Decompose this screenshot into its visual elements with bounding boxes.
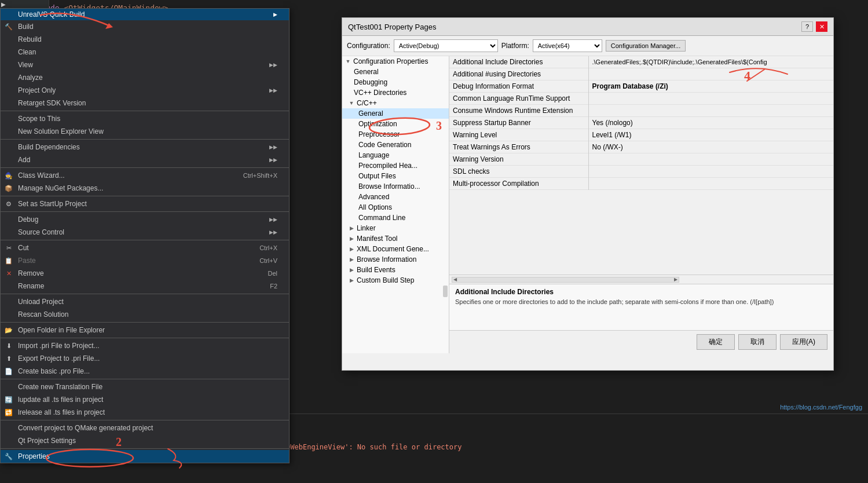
cm-rebuild[interactable]: Rebuild: [1, 33, 289, 46]
cm-label-lrelease: lrelease all .ts files in project: [18, 408, 277, 416]
prop-row-additional-include: Additional Include Directories .\Generat…: [449, 56, 833, 68]
cm-nuget[interactable]: 📦 Manage NuGet Packages...: [1, 182, 289, 195]
cm-sep-11: [1, 420, 289, 420]
cm-qt-settings[interactable]: Qt Project Settings: [1, 434, 289, 447]
tree-language[interactable]: Language: [342, 150, 449, 160]
cm-import-pri[interactable]: ⬇ Import .pri File to Project...: [1, 339, 289, 352]
tree-panel: ▼ Configuration Properties General Debug…: [342, 56, 449, 353]
watermark: https://blog.csdn.net/Fengfgg: [780, 404, 862, 411]
tree-scrollbar[interactable]: [443, 286, 448, 297]
cm-label-rebuild: Rebuild: [18, 35, 277, 43]
tree-all-options[interactable]: All Options: [342, 202, 449, 213]
cm-properties[interactable]: 🔧 Properties: [1, 450, 289, 463]
cm-new-translation[interactable]: Create new Translation File: [1, 380, 289, 393]
cm-label-nuget: Manage NuGet Packages...: [18, 184, 277, 192]
cm-shortcut-remove: Del: [268, 270, 277, 277]
dialog-close-button[interactable]: ✕: [816, 21, 827, 32]
cm-clean[interactable]: Clean: [1, 46, 289, 58]
tree-cpp[interactable]: ▼ C/C++: [342, 98, 449, 108]
cm-label-qt-settings: Qt Project Settings: [18, 437, 277, 445]
cm-add[interactable]: Add ▶: [1, 153, 289, 166]
cm-startup[interactable]: ⚙ Set as StartUp Project: [1, 197, 289, 210]
tree-manifest[interactable]: ▶ Manifest Tool: [342, 233, 449, 244]
cm-new-solution-view[interactable]: New Solution Explorer View: [1, 125, 289, 138]
ok-button[interactable]: 确定: [697, 334, 735, 350]
cm-view[interactable]: View ▶: [1, 58, 289, 71]
cancel-button[interactable]: 取消: [738, 334, 777, 350]
tree-xml[interactable]: ▶ XML Document Gene...: [342, 244, 449, 254]
config-manager-button[interactable]: Configuration Manager...: [606, 40, 686, 52]
tree-precompiled[interactable]: Precompiled Hea...: [342, 160, 449, 171]
cm-debug[interactable]: Debug ▶: [1, 213, 289, 226]
cm-rename[interactable]: Rename F2: [1, 280, 289, 292]
cm-export-pri[interactable]: ⬆ Export Project to .pri File...: [1, 352, 289, 365]
tree-config-props[interactable]: ▼ Configuration Properties: [342, 56, 449, 67]
cm-label-rescan: Rescan Solution: [18, 310, 277, 319]
cm-sep-9: [1, 338, 289, 338]
tree-optimization[interactable]: Optimization: [342, 119, 449, 129]
tree-build-events[interactable]: ▶ Build Events: [342, 265, 449, 275]
cm-open-folder[interactable]: 📂 Open Folder in File Explorer: [1, 324, 289, 336]
import-icon: ⬇: [4, 341, 13, 350]
tree-cpp-general[interactable]: General: [342, 108, 449, 119]
cm-source-control[interactable]: Source Control ▶: [1, 226, 289, 239]
prop-val-suppress: Yes (/nologo): [588, 117, 833, 129]
cm-build-deps[interactable]: Build Dependencies ▶: [1, 141, 289, 153]
export-icon: ⬆: [4, 354, 13, 363]
tree-linker[interactable]: ▶ Linker: [342, 223, 449, 233]
cm-label-paste: Paste: [18, 257, 242, 265]
tree-vc-dirs[interactable]: VC++ Directories: [342, 87, 449, 98]
cm-remove[interactable]: ✕ Remove Del: [1, 267, 289, 280]
cm-label-startup: Set as StartUp Project: [18, 200, 277, 208]
tree-advanced[interactable]: Advanced: [342, 192, 449, 202]
desc-text: Specifies one or more directories to add…: [455, 298, 827, 305]
cm-unreal-vs[interactable]: UnrealVS Quick Build ▶: [1, 9, 289, 20]
config-select[interactable]: Active(Debug): [394, 39, 498, 52]
browse-expand-icon: ▶: [348, 256, 355, 263]
tree-browse[interactable]: ▶ Browse Information: [342, 254, 449, 265]
tree-browse-info[interactable]: Browse Informatio...: [342, 181, 449, 192]
cut-icon: ✂: [4, 243, 13, 253]
lrelease-icon: 🔁: [4, 408, 13, 417]
tree-general[interactable]: General: [342, 67, 449, 77]
prop-name-using-dirs: Additional #using Directories: [449, 68, 588, 80]
cm-unload[interactable]: Unload Project: [1, 295, 289, 308]
cm-convert-qmake[interactable]: Convert project to QMake generated proje…: [1, 422, 289, 434]
cm-lrelease[interactable]: 🔁 lrelease all .ts files in project: [1, 406, 289, 419]
prop-name-clr: Common Language RunTime Support: [449, 93, 588, 105]
cm-rescan[interactable]: Rescan Solution: [1, 308, 289, 321]
cm-label-new-translation: Create new Translation File: [18, 383, 277, 391]
cm-cut[interactable]: ✂ Cut Ctrl+X: [1, 241, 289, 254]
prop-row-debug-format: Debug Information Format Program Databas…: [449, 80, 833, 93]
cm-label-class-wizard: Class Wizard...: [18, 171, 226, 180]
cm-sep-5: [1, 211, 289, 212]
dialog-help-button[interactable]: ?: [801, 21, 813, 32]
cm-project-only[interactable]: Project Only ▶: [1, 84, 289, 97]
cm-shortcut-cut: Ctrl+X: [259, 244, 277, 251]
tree-preprocessor[interactable]: Preprocessor: [342, 129, 449, 140]
horizontal-scrollbar[interactable]: ◀ ▶: [452, 277, 679, 283]
cm-lupdate[interactable]: 🔄 lupdate all .ts files in project: [1, 393, 289, 406]
cm-create-pro[interactable]: 📄 Create basic .pro File...: [1, 365, 289, 378]
cm-retarget[interactable]: Retarget SDK Version: [1, 97, 289, 109]
cm-analyze[interactable]: Analyze: [1, 71, 289, 84]
cm-class-wizard[interactable]: 🧙 Class Wizard... Ctrl+Shift+X: [1, 169, 289, 182]
cm-label-unload: Unload Project: [18, 298, 277, 306]
cm-paste: 📋 Paste Ctrl+V: [1, 254, 289, 267]
custom-build-expand-icon: ▶: [348, 277, 355, 284]
platform-select[interactable]: Active(x64): [533, 39, 602, 52]
apply-button[interactable]: 应用(A): [780, 334, 827, 350]
cm-label-open-folder: Open Folder in File Explorer: [18, 326, 277, 334]
tree-output-files[interactable]: Output Files: [342, 171, 449, 181]
prop-name-suppress: Suppress Startup Banner: [449, 117, 588, 129]
cm-shortcut-paste: Ctrl+V: [259, 257, 277, 264]
cm-scope[interactable]: Scope to This: [1, 112, 289, 125]
prop-row-consume: Consume Windows Runtime Extension: [449, 105, 833, 117]
dialog-toolbar: Configuration: Active(Debug) Platform: A…: [342, 36, 833, 56]
cm-build[interactable]: 🔨 Build: [1, 20, 289, 33]
tree-debugging[interactable]: Debugging: [342, 77, 449, 87]
dialog-title: QtTest001 Property Pages: [348, 23, 436, 31]
tree-command-line[interactable]: Command Line: [342, 213, 449, 223]
tree-code-gen[interactable]: Code Generation: [342, 140, 449, 150]
tree-custom-build[interactable]: ▶ Custom Build Step: [342, 275, 449, 286]
